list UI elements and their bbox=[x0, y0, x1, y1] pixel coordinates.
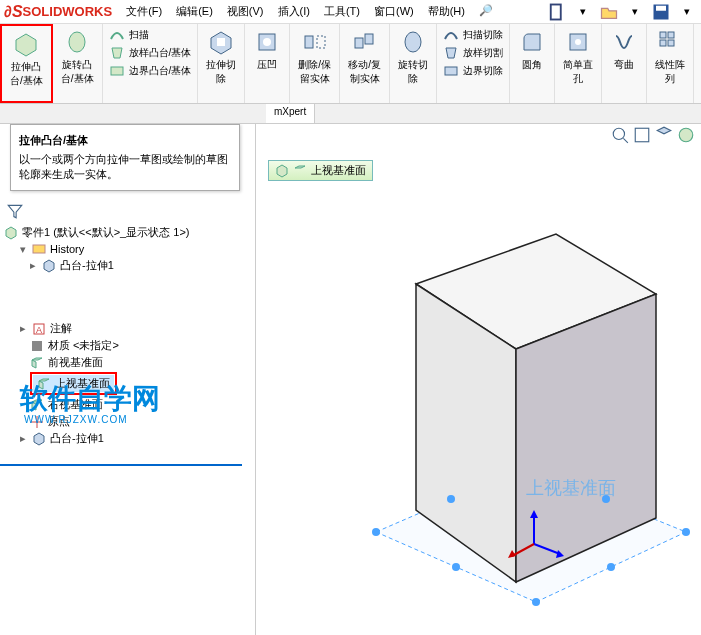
extrude-boss-button[interactable]: 拉伸凸 台/基体 bbox=[6, 28, 47, 90]
svg-point-12 bbox=[405, 32, 421, 52]
dropdown-icon[interactable]: ▾ bbox=[625, 2, 645, 22]
tree-annotations[interactable]: ▸ A 注解 bbox=[4, 320, 251, 337]
dropdown-icon[interactable]: ▾ bbox=[573, 2, 593, 22]
fillet-button[interactable]: 圆角 bbox=[514, 26, 550, 74]
svg-text:A: A bbox=[36, 325, 42, 335]
loft-button[interactable]: 放样凸台/基体 bbox=[107, 44, 194, 62]
dropdown-icon[interactable]: ▾ bbox=[677, 2, 697, 22]
ribbon-revolvecut-group: 旋转切 除 bbox=[390, 24, 437, 103]
chamfer-button[interactable]: 简单直 孔 bbox=[559, 26, 597, 88]
revolve-cut-button[interactable]: 旋转切 除 bbox=[394, 26, 432, 88]
wrap-button[interactable]: 弯曲 bbox=[606, 26, 642, 74]
tree-origin-label: 原点 bbox=[48, 414, 70, 429]
menu-search-icon[interactable]: 🔎 bbox=[473, 2, 499, 21]
tree-extrude1b[interactable]: ▸ 凸台-拉伸1 bbox=[4, 430, 251, 447]
hole-button[interactable]: 压凹 bbox=[249, 26, 285, 74]
filter-icon[interactable] bbox=[6, 202, 24, 220]
extrude-feature-icon bbox=[42, 259, 56, 273]
revolve-label: 旋转凸 台/基体 bbox=[61, 58, 94, 86]
boundary-cut-button[interactable]: 边界切除 bbox=[441, 62, 505, 80]
delete-keep-button[interactable]: 删除/保 留实体 bbox=[294, 26, 335, 88]
extrude-cut-icon bbox=[207, 28, 235, 56]
menu-help[interactable]: 帮助(H) bbox=[422, 2, 471, 21]
extrude-feature-icon bbox=[32, 432, 46, 446]
content-area: 拉伸凸台/基体 以一个或两个方向拉伸一草图或绘制的草图轮廓来生成一实体。 零件1… bbox=[0, 124, 701, 635]
plane-tag[interactable]: 上视基准面 bbox=[268, 160, 373, 181]
menu-insert[interactable]: 插入(I) bbox=[272, 2, 316, 21]
plane-icon bbox=[30, 398, 44, 412]
revolve-cut-label: 旋转切 除 bbox=[398, 58, 428, 86]
boundary-button[interactable]: 边界凸台/基体 bbox=[107, 62, 194, 80]
menu-edit[interactable]: 编辑(E) bbox=[170, 2, 219, 21]
svg-rect-16 bbox=[660, 32, 666, 38]
annotation-icon: A bbox=[32, 322, 46, 336]
extrude-label: 拉伸凸 台/基体 bbox=[10, 60, 43, 88]
loft-icon bbox=[109, 45, 125, 61]
svg-rect-17 bbox=[668, 32, 674, 38]
sweep-button[interactable]: 扫描 bbox=[107, 26, 151, 44]
ribbon-fillet-group: 圆角 bbox=[510, 24, 555, 103]
revolve-icon bbox=[63, 28, 91, 56]
move-icon bbox=[351, 28, 379, 56]
menubar: ∂S SOLIDWORKS 文件(F) 编辑(E) 视图(V) 插入(I) 工具… bbox=[0, 0, 701, 24]
tree-extrude1[interactable]: ▸ 凸台-拉伸1 bbox=[4, 257, 251, 274]
tree-top-plane[interactable]: 上视基准面 bbox=[33, 375, 114, 392]
tree-separator bbox=[0, 464, 242, 466]
ribbon-wrap-group: 弯曲 bbox=[602, 24, 647, 103]
tree-origin[interactable]: 原点 bbox=[4, 413, 251, 430]
new-doc-icon[interactable] bbox=[547, 2, 567, 22]
boundary-cut-label: 边界切除 bbox=[463, 64, 503, 78]
sweep-cut-button[interactable]: 扫描切除 bbox=[441, 26, 505, 44]
menu-file[interactable]: 文件(F) bbox=[120, 2, 168, 21]
ribbon-chamfer-group: 简单直 孔 bbox=[555, 24, 602, 103]
svg-rect-4 bbox=[111, 67, 123, 75]
part-icon bbox=[4, 226, 18, 240]
menu-tools[interactable]: 工具(T) bbox=[318, 2, 366, 21]
loft-cut-button[interactable]: 放样切割 bbox=[441, 44, 505, 62]
zoom-icon[interactable] bbox=[611, 126, 629, 144]
tree-right-plane[interactable]: 右视基准面 bbox=[4, 396, 251, 413]
chamfer-icon bbox=[564, 28, 592, 56]
tree-root[interactable]: 零件1 (默认<<默认>_显示状态 1>) bbox=[4, 224, 251, 241]
menu-view[interactable]: 视图(V) bbox=[221, 2, 270, 21]
tree-top-plane-row: 上视基准面 bbox=[4, 371, 251, 396]
svg-point-30 bbox=[532, 598, 540, 606]
revolve-cut-icon bbox=[399, 28, 427, 56]
menu-window[interactable]: 窗口(W) bbox=[368, 2, 420, 21]
move-copy-label: 移动/复 制实体 bbox=[348, 58, 381, 86]
svg-rect-26 bbox=[635, 128, 649, 142]
viewport-3d[interactable]: 上视基准面 上视基准面 bbox=[256, 124, 701, 635]
open-doc-icon[interactable] bbox=[599, 2, 619, 22]
delete-icon bbox=[301, 28, 329, 56]
tree-front-plane[interactable]: 前视基准面 bbox=[4, 354, 251, 371]
material-icon bbox=[30, 339, 44, 353]
svg-rect-19 bbox=[668, 40, 674, 46]
tree-right-plane-label: 右视基准面 bbox=[48, 397, 103, 412]
wrap-icon bbox=[610, 28, 638, 56]
tab-dimxpert[interactable]: mXpert bbox=[266, 104, 315, 123]
breadcrumb-plane-icon bbox=[293, 164, 307, 178]
tree-material[interactable]: 材质 <未指定> bbox=[4, 337, 251, 354]
tree-history[interactable]: ▾ History bbox=[4, 241, 251, 257]
chamfer-label: 简单直 孔 bbox=[563, 58, 593, 86]
save-icon[interactable] bbox=[651, 2, 671, 22]
extrude-cut-button[interactable]: 拉伸切 除 bbox=[202, 26, 240, 88]
command-tabs: x x x mXpert bbox=[0, 104, 701, 124]
view-icon[interactable] bbox=[633, 126, 651, 144]
plane-3d-label: 上视基准面 bbox=[526, 478, 616, 498]
display-icon[interactable] bbox=[655, 126, 673, 144]
plane-icon bbox=[30, 356, 44, 370]
ribbon-revolve-group: 旋转凸 台/基体 bbox=[53, 24, 103, 103]
svg-point-3 bbox=[69, 32, 85, 52]
scene-icon[interactable] bbox=[677, 126, 695, 144]
wrap-label: 弯曲 bbox=[614, 58, 634, 72]
move-copy-button[interactable]: 移动/复 制实体 bbox=[344, 26, 385, 88]
delete-keep-label: 删除/保 留实体 bbox=[298, 58, 331, 86]
tooltip-title: 拉伸凸台/基体 bbox=[19, 133, 231, 148]
svg-rect-18 bbox=[660, 40, 666, 46]
view-toolbar bbox=[611, 126, 695, 144]
linear-pattern-button[interactable]: 线性阵 列 bbox=[651, 26, 689, 88]
revolve-boss-button[interactable]: 旋转凸 台/基体 bbox=[57, 26, 98, 88]
svg-rect-11 bbox=[365, 34, 373, 44]
svg-point-28 bbox=[372, 528, 380, 536]
